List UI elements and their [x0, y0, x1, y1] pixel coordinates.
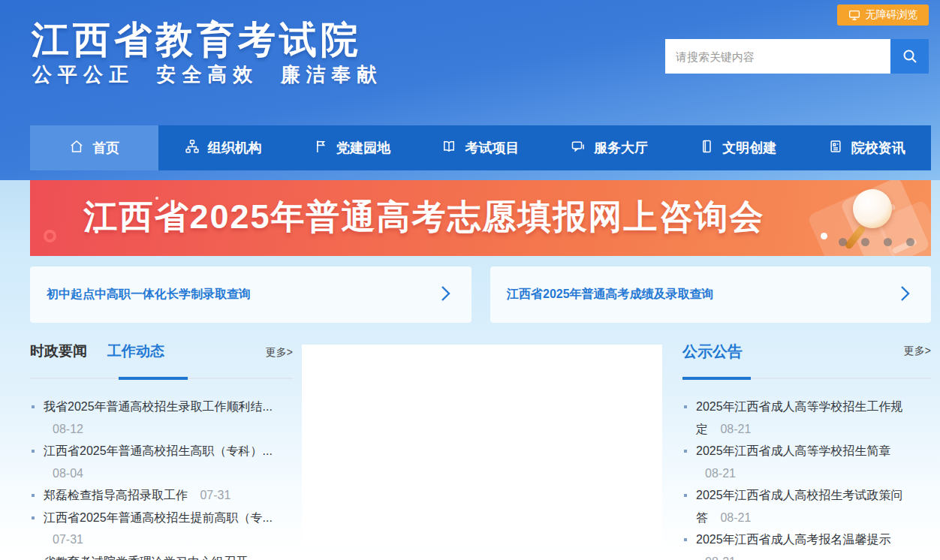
notice-list-item[interactable]: 2025年江西省成人高校招生考试政策问答 08-21: [682, 484, 908, 528]
notices-more-link[interactable]: 更多>: [904, 345, 931, 358]
center-image-placeholder: [302, 345, 662, 546]
nav-item-service-hall[interactable]: 服务大厅: [545, 125, 673, 170]
notice-list-item[interactable]: 2025年江西省成人高等学校招生工作规定 08-21: [682, 396, 908, 440]
notices-header: 公示公告 更多>: [682, 342, 931, 379]
notice-date: 08-21: [720, 511, 751, 524]
site-header: 江西省教育考试院 公平公正 安全高效 廉洁奉献 无障碍浏览: [0, 0, 940, 180]
search-input[interactable]: [665, 39, 890, 74]
chat-icon: [571, 139, 586, 158]
carousel-dot[interactable]: [884, 238, 892, 246]
news-list-item[interactable]: 省教育考试院党委理论学习中心组召开...: [30, 551, 279, 560]
search-bar: [665, 39, 929, 74]
active-section-underline: [682, 377, 751, 380]
banner-sparkle: [155, 197, 158, 200]
tab-current-politics[interactable]: 时政要闻: [30, 342, 87, 364]
notices-title: 公示公告: [682, 343, 743, 360]
news-title: 我省2025年普通高校招生录取工作顺利结...: [44, 400, 273, 413]
notice-date: 08-21: [705, 467, 736, 480]
accessibility-label: 无障碍浏览: [866, 8, 918, 22]
notice-date: 08-21: [705, 555, 736, 560]
nav-item-organization[interactable]: 组织机构: [158, 125, 287, 170]
carousel-dot[interactable]: [906, 238, 914, 246]
notice-date: 08-21: [720, 423, 751, 435]
news-title: 郑磊检查指导高招录取工作: [44, 489, 188, 501]
book-icon: [699, 139, 714, 158]
open-book-icon: [441, 139, 456, 158]
active-tab-underline: [119, 377, 188, 380]
news-list-item[interactable]: 我省2025年普通高校招生录取工作顺利结... 08-12: [30, 396, 279, 440]
news-title: 省教育考试院党委理论学习中心组召开...: [44, 555, 258, 560]
news-date: 07-31: [53, 533, 83, 546]
news-section: 时政要闻 工作动态 更多> 我省2025年普通高校招生录取工作顺利结... 08…: [30, 342, 293, 560]
nav-label: 考试项目: [465, 139, 519, 157]
news-title: 江西省2025年普通高校招生提前高职（专...: [44, 511, 273, 524]
nav-label: 党建园地: [336, 139, 390, 157]
page: 江西省教育考试院 公平公正 安全高效 廉洁奉献 无障碍浏览: [0, 0, 940, 560]
news-list-item[interactable]: 郑磊检查指导高招录取工作 07-31: [30, 484, 279, 507]
news-list: 我省2025年普通高校招生录取工作顺利结... 08-12 江西省2025年普通…: [30, 396, 279, 560]
nav-label: 院校资讯: [851, 139, 905, 157]
nav-item-college-news[interactable]: 院校资讯: [803, 125, 931, 170]
site-slogan: 公平公正 安全高效 廉洁奉献: [32, 62, 382, 88]
carousel-dot[interactable]: [861, 238, 869, 246]
banner-ring-decoration: [44, 230, 56, 242]
magnifier-icon: [853, 189, 892, 228]
carousel-dots: [839, 238, 914, 246]
news-tabs-header: 时政要闻 工作动态 更多>: [30, 342, 293, 379]
notices-section: 公示公告 更多> 2025年江西省成人高等学校招生工作规定 08-21 2025…: [682, 342, 931, 560]
flag-icon: [313, 139, 328, 158]
news-list-item[interactable]: 江西省2025年普通高校招生提前高职（专... 07-31: [30, 507, 279, 551]
news-date: 08-04: [53, 467, 83, 480]
news-date: 08-12: [53, 423, 83, 435]
main-nav: 首页 组织机构 党建园地: [30, 125, 931, 170]
nav-label: 服务大厅: [594, 139, 648, 157]
newspaper-icon: [828, 139, 843, 158]
news-title: 江西省2025年普通高校招生高职（专科）...: [44, 444, 273, 457]
banner-sparkle: [95, 230, 98, 233]
notices-list: 2025年江西省成人高等学校招生工作规定 08-21 2025年江西省成人高等学…: [682, 396, 908, 560]
nav-label: 首页: [92, 139, 119, 157]
chevron-right-icon: [900, 285, 910, 305]
quick-link-label: 江西省2025年普通高考成绩及录取查询: [507, 287, 714, 303]
notice-title: 2025年江西省成人高等学校招生简章: [696, 444, 891, 457]
nav-label: 组织机构: [208, 139, 262, 157]
banner-carousel[interactable]: 江西省2025年普通高考志愿填报网上咨询会: [30, 180, 931, 256]
notice-list-item[interactable]: 2025年江西省成人高等学校招生简章 08-21: [682, 440, 908, 484]
home-icon: [69, 139, 84, 158]
nav-item-home[interactable]: 首页: [30, 125, 158, 170]
news-more-link[interactable]: 更多>: [266, 346, 293, 360]
notice-title: 2025年江西省成人高考报名温馨提示: [696, 533, 891, 546]
quick-link-label: 初中起点中高职一体化长学制录取查询: [47, 287, 251, 303]
search-button[interactable]: [890, 39, 929, 74]
sitemap-icon: [185, 139, 200, 158]
site-logo-title: 江西省教育考试院: [32, 15, 362, 65]
quick-link-admission-query[interactable]: 初中起点中高职一体化长学制录取查询: [30, 266, 472, 323]
nav-item-civilization[interactable]: 文明创建: [673, 125, 802, 170]
monitor-icon: [848, 9, 860, 21]
quick-link-gaokao-score-query[interactable]: 江西省2025年普通高考成绩及录取查询: [490, 266, 931, 323]
search-icon: [901, 47, 919, 65]
banner-title: 江西省2025年普通高考志愿填报网上咨询会: [30, 194, 818, 239]
tab-work-updates[interactable]: 工作动态: [107, 342, 164, 364]
chevron-right-icon: [441, 285, 450, 305]
news-date: 07-31: [200, 489, 230, 501]
nav-item-exam-projects[interactable]: 考试项目: [416, 125, 544, 170]
nav-label: 文明创建: [722, 139, 776, 157]
news-list-item[interactable]: 江西省2025年普通高校招生高职（专科）... 08-04: [30, 440, 279, 484]
carousel-dot[interactable]: [839, 238, 847, 246]
accessibility-button[interactable]: 无障碍浏览: [837, 5, 929, 26]
notice-list-item[interactable]: 2025年江西省成人高考报名温馨提示 08-21: [682, 528, 908, 560]
nav-item-party-building[interactable]: 党建园地: [288, 125, 416, 170]
